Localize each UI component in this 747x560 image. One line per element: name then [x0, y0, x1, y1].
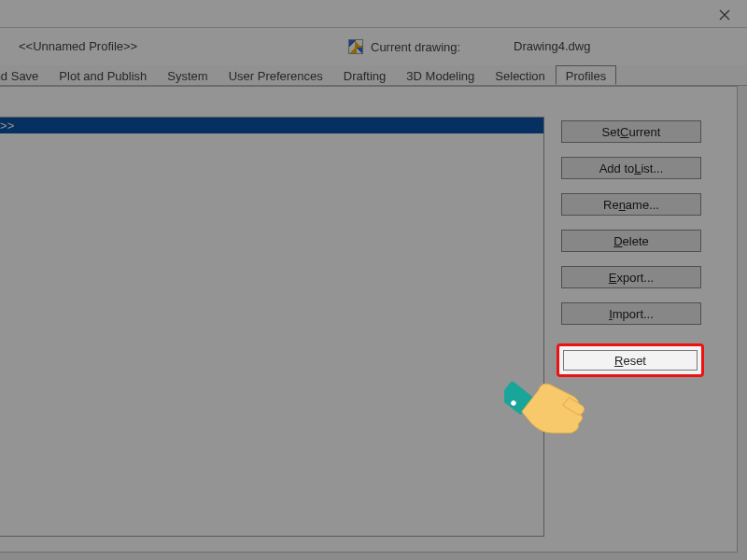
tab-3d-modeling[interactable]: 3D Modeling [396, 65, 485, 85]
options-tabs: Open and Save Plot and Publish System Us… [0, 65, 747, 86]
rename-button[interactable]: Rename... [561, 193, 701, 216]
pointing-hand-icon [504, 355, 588, 439]
close-icon[interactable] [712, 6, 738, 24]
profile-buttons: Set Current Add to List... Rename... Del… [561, 120, 701, 325]
title-bar [0, 0, 747, 28]
tab-drafting[interactable]: Drafting [333, 65, 397, 85]
add-to-list-button[interactable]: Add to List... [561, 157, 701, 179]
profiles-panel: le>> Set Current Add to List... Rename..… [0, 86, 738, 553]
list-item[interactable]: le>> [0, 118, 543, 133]
tab-plot-and-publish[interactable]: Plot and Publish [49, 65, 157, 85]
set-current-button[interactable]: Set Current [561, 120, 701, 143]
tab-open-and-save[interactable]: Open and Save [0, 65, 49, 85]
tab-system[interactable]: System [157, 65, 218, 85]
import-button[interactable]: Import... [561, 302, 701, 325]
tab-profiles[interactable]: Profiles [556, 65, 616, 85]
current-drawing-label: Current drawing: [371, 40, 460, 54]
current-profile-value: <<Unnamed Profile>> [19, 39, 137, 53]
profiles-list[interactable]: le>> [0, 117, 544, 537]
tab-user-preferences[interactable]: User Preferences [218, 65, 333, 85]
delete-button[interactable]: Delete [561, 230, 701, 252]
export-button[interactable]: Export... [561, 266, 701, 288]
current-drawing-file: Drawing4.dwg [514, 39, 590, 53]
dwg-file-icon [348, 39, 363, 54]
tab-selection[interactable]: Selection [485, 65, 555, 85]
current-profile-bar: <<Unnamed Profile>> Current drawing: Dra… [0, 28, 747, 65]
